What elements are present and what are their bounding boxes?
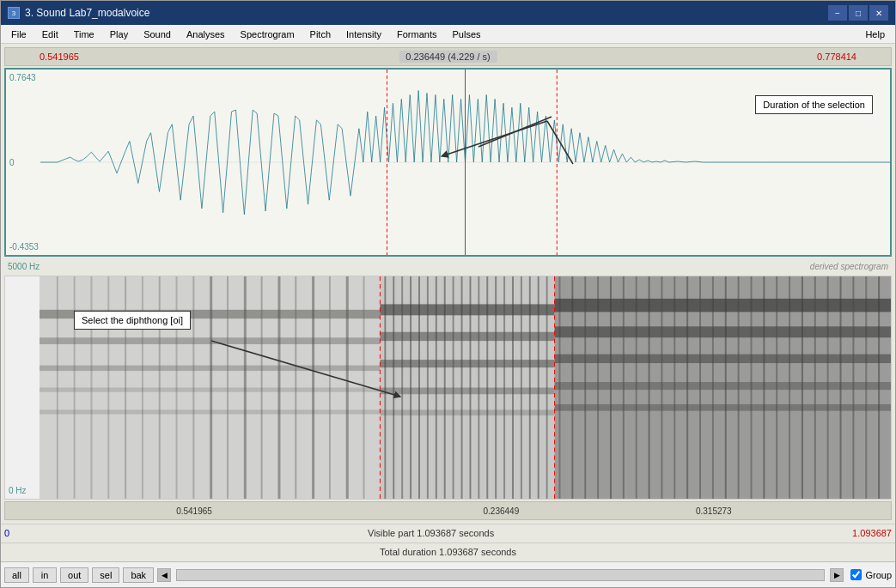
menu-analyses[interactable]: Analyses bbox=[180, 27, 232, 41]
svg-rect-45 bbox=[427, 276, 429, 499]
bottom-row2: Total duration 1.093687 seconds bbox=[1, 543, 895, 561]
svg-rect-86 bbox=[814, 276, 816, 499]
bottom-row1: 0 Visible part 1.093687 seconds 1.093687 bbox=[1, 524, 895, 543]
menu-file[interactable]: File bbox=[4, 27, 34, 41]
waveform-canvas: Duration of the selection bbox=[40, 70, 890, 255]
sel-button[interactable]: sel bbox=[92, 567, 119, 583]
bak-button[interactable]: bak bbox=[123, 567, 154, 583]
svg-rect-28 bbox=[277, 276, 280, 499]
svg-rect-71 bbox=[623, 276, 625, 499]
menu-time[interactable]: Time bbox=[67, 27, 101, 41]
diphthong-label: Select the diphthong [oi] bbox=[82, 315, 183, 325]
svg-rect-55 bbox=[512, 276, 514, 499]
svg-rect-89 bbox=[852, 276, 854, 499]
visible-part-text: Visible part 1.093687 seconds bbox=[9, 528, 852, 538]
bottom-bar: 0 Visible part 1.093687 seconds 1.093687… bbox=[1, 524, 895, 561]
spectrogram-header: 5000 Hz derived spectrogram bbox=[4, 258, 892, 274]
derived-label: derived spectrogram bbox=[810, 262, 888, 271]
waveform-container[interactable]: ~ modifiable sound 0.7643 0 -0.4353 bbox=[4, 68, 892, 257]
duration-label: Duration of the selection bbox=[763, 100, 865, 110]
svg-rect-49 bbox=[461, 276, 463, 499]
time-end: 0.778414 bbox=[817, 52, 856, 62]
svg-rect-79 bbox=[725, 276, 727, 499]
svg-rect-52 bbox=[486, 276, 488, 499]
svg-rect-73 bbox=[649, 276, 650, 499]
svg-rect-20 bbox=[142, 276, 143, 499]
menu-spectrogram[interactable]: Spectrogram bbox=[234, 27, 302, 41]
scroll-left-arrow[interactable]: ◀ bbox=[157, 568, 171, 582]
svg-rect-81 bbox=[750, 276, 752, 499]
time-labels-bar: 0.541965 0.236449 0.315273 bbox=[4, 501, 892, 520]
svg-rect-77 bbox=[699, 276, 701, 499]
window-title: 3. Sound Lab7_modalvoice bbox=[25, 7, 149, 19]
menu-pitch[interactable]: Pitch bbox=[303, 27, 338, 41]
svg-rect-21 bbox=[159, 276, 161, 499]
menu-help[interactable]: Help bbox=[858, 27, 892, 41]
time-label-right: 0.315273 bbox=[696, 506, 732, 516]
menu-play[interactable]: Play bbox=[103, 27, 135, 41]
svg-rect-18 bbox=[107, 276, 109, 499]
svg-rect-41 bbox=[393, 276, 394, 499]
menu-sound[interactable]: Sound bbox=[137, 27, 178, 41]
svg-rect-38 bbox=[380, 388, 554, 395]
svg-rect-48 bbox=[453, 276, 454, 499]
title-bar: 3 3. Sound Lab7_modalvoice − □ ✕ bbox=[1, 1, 895, 25]
svg-rect-88 bbox=[840, 276, 842, 499]
minimize-button[interactable]: − bbox=[828, 5, 847, 21]
svg-rect-59 bbox=[546, 276, 548, 499]
svg-rect-50 bbox=[469, 276, 471, 499]
svg-rect-26 bbox=[244, 276, 247, 499]
time-label-left: 0.541965 bbox=[176, 506, 212, 516]
y-axis-bottom: -0.4353 bbox=[9, 242, 39, 252]
svg-rect-68 bbox=[584, 276, 586, 499]
duration-annotation-box: Duration of the selection bbox=[755, 95, 873, 114]
svg-rect-74 bbox=[661, 276, 662, 499]
spectrogram-container[interactable]: 0 Hz bbox=[4, 276, 892, 500]
svg-rect-33 bbox=[363, 276, 365, 499]
svg-rect-78 bbox=[712, 276, 714, 499]
toolbar: all in out sel bak ◀ ▶ Group bbox=[1, 561, 895, 587]
y-axis-top: 0.7643 bbox=[9, 73, 36, 82]
svg-rect-40 bbox=[384, 276, 386, 499]
close-button[interactable]: ✕ bbox=[869, 5, 888, 21]
scrollbar[interactable] bbox=[176, 569, 825, 581]
svg-rect-43 bbox=[410, 276, 411, 499]
svg-rect-75 bbox=[674, 276, 675, 499]
spectrogram-svg bbox=[40, 276, 891, 499]
menu-pulses[interactable]: Pulses bbox=[446, 27, 488, 41]
menu-intensity[interactable]: Intensity bbox=[339, 27, 388, 41]
time-label-center: 0.236449 bbox=[484, 506, 520, 516]
group-checkbox[interactable] bbox=[850, 569, 862, 580]
all-button[interactable]: all bbox=[4, 567, 29, 583]
in-button[interactable]: in bbox=[33, 567, 57, 583]
svg-rect-47 bbox=[444, 276, 446, 499]
svg-rect-42 bbox=[401, 276, 403, 499]
menu-edit[interactable]: Edit bbox=[35, 27, 65, 41]
svg-rect-70 bbox=[610, 276, 612, 499]
maximize-button[interactable]: □ bbox=[849, 5, 868, 21]
svg-rect-57 bbox=[529, 276, 531, 499]
out-button[interactable]: out bbox=[60, 567, 88, 583]
scroll-right-arrow[interactable]: ▶ bbox=[830, 568, 844, 582]
content-area: 0.541965 0.236449 (4.229 / s) 0.778414 ~… bbox=[1, 44, 895, 524]
bottom-num-right: 1.093687 bbox=[852, 528, 892, 538]
svg-rect-46 bbox=[436, 276, 437, 499]
svg-rect-25 bbox=[227, 276, 229, 499]
time-ruler: 0.541965 0.236449 (4.229 / s) 0.778414 bbox=[4, 47, 892, 66]
svg-rect-91 bbox=[878, 276, 880, 499]
svg-rect-16 bbox=[74, 276, 76, 499]
svg-rect-27 bbox=[261, 276, 263, 499]
menu-formants[interactable]: Formants bbox=[390, 27, 443, 41]
svg-rect-31 bbox=[329, 276, 331, 499]
svg-rect-24 bbox=[210, 276, 212, 499]
svg-rect-87 bbox=[827, 276, 829, 499]
svg-rect-53 bbox=[495, 276, 497, 499]
svg-rect-82 bbox=[763, 276, 765, 499]
spec-hz-bottom: 0 Hz bbox=[9, 486, 27, 495]
window-icon: 3 bbox=[8, 7, 20, 19]
svg-rect-44 bbox=[418, 276, 420, 499]
svg-rect-56 bbox=[521, 276, 522, 499]
svg-rect-54 bbox=[503, 276, 505, 499]
svg-rect-80 bbox=[738, 276, 740, 499]
group-label[interactable]: Group bbox=[865, 570, 892, 580]
